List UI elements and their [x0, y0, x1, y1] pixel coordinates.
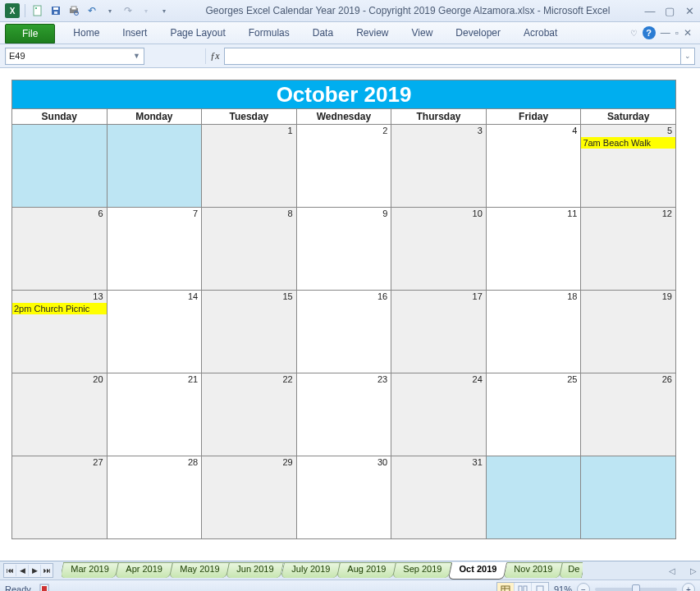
zoom-slider[interactable] [595, 588, 677, 591]
day-cell[interactable]: 26 [581, 373, 676, 456]
sheet-tab[interactable]: Nov 2019 [503, 562, 563, 578]
day-cell[interactable]: 11 [486, 208, 581, 291]
formula-expand-icon[interactable]: ⌄ [681, 48, 695, 65]
day-header[interactable]: Thursday [391, 109, 487, 125]
sheet-tab[interactable]: Aug 2019 [336, 562, 396, 578]
sheet-tab[interactable]: July 2019 [281, 562, 341, 578]
sheet-nav-last-icon[interactable]: ⏭ [41, 565, 53, 576]
undo-dropdown-icon[interactable]: ▾ [103, 3, 117, 18]
ribbon-tab-formulas[interactable]: Formulas [237, 22, 301, 44]
ribbon-tab-home[interactable]: Home [62, 22, 111, 44]
day-header[interactable]: Monday [107, 109, 202, 125]
name-box-dropdown-icon[interactable]: ▼ [133, 52, 140, 60]
sheet-tab[interactable]: Apr 2019 [115, 562, 173, 578]
minimize-button[interactable]: ― [644, 5, 656, 17]
day-cell[interactable]: 7 [107, 208, 202, 291]
sheet-tab[interactable]: Mar 2019 [62, 562, 120, 578]
ribbon-minimize-button[interactable]: ― [661, 27, 670, 39]
day-cell[interactable]: 9 [296, 208, 391, 291]
sheet-tab[interactable]: De [559, 562, 583, 578]
day-header[interactable]: Sunday [12, 109, 108, 125]
sheet-nav-first-icon[interactable]: ⏮ [4, 565, 16, 576]
ribbon-more-icon[interactable]: ♡ [630, 29, 638, 38]
day-cell[interactable]: 6 [12, 208, 108, 291]
sheet-tab[interactable]: Oct 2019 [448, 562, 507, 580]
status-record-icon[interactable] [39, 584, 51, 591]
day-cell[interactable]: 27 [12, 456, 108, 539]
new-doc-icon[interactable] [30, 3, 45, 18]
sheet-nav-next-icon[interactable]: ▶ [29, 565, 41, 576]
day-cell[interactable] [12, 125, 108, 208]
day-cell[interactable]: 29 [202, 456, 297, 539]
sheet-tab[interactable]: Jun 2019 [226, 562, 284, 578]
ribbon-restore-button[interactable]: ▫ [675, 27, 679, 39]
day-cell[interactable] [107, 125, 202, 208]
day-cell[interactable]: 17 [391, 291, 487, 373]
day-cell[interactable]: 22 [202, 373, 297, 456]
day-cell[interactable]: 16 [296, 291, 391, 373]
view-page-break-icon[interactable] [532, 583, 548, 591]
zoom-out-button[interactable]: − [577, 583, 590, 591]
sheet-nav-prev-icon[interactable]: ◀ [16, 565, 29, 576]
ribbon-tab-developer[interactable]: Developer [444, 22, 512, 44]
undo-icon[interactable]: ↶ [85, 3, 99, 18]
day-header[interactable]: Saturday [581, 109, 676, 125]
day-cell[interactable]: 25 [486, 373, 581, 456]
day-cell[interactable] [486, 456, 581, 539]
day-cell[interactable]: 30 [296, 456, 391, 539]
ribbon-tab-page-layout[interactable]: Page Layout [158, 22, 236, 44]
sheet-tab[interactable]: May 2019 [169, 562, 230, 578]
day-cell[interactable]: 24 [391, 373, 487, 456]
fx-icon[interactable]: ƒx [205, 48, 224, 64]
sheet-tab[interactable]: Sep 2019 [392, 562, 452, 578]
calendar-event[interactable]: 7am Beach Walk [581, 137, 675, 149]
day-cell[interactable]: 28 [107, 456, 202, 539]
day-cell[interactable]: 12 [581, 208, 676, 291]
day-cell[interactable]: 18 [486, 291, 581, 373]
view-page-layout-icon[interactable] [515, 583, 532, 591]
zoom-in-button[interactable]: + [682, 583, 695, 591]
excel-icon[interactable]: X [5, 3, 20, 18]
ribbon-close-button[interactable]: ✕ [684, 27, 692, 39]
day-cell[interactable]: 132pm Church Picnic [12, 291, 108, 373]
view-normal-icon[interactable] [497, 583, 515, 591]
zoom-level[interactable]: 91% [554, 584, 572, 591]
ribbon-tab-view[interactable]: View [400, 22, 445, 44]
help-icon[interactable]: ? [643, 26, 656, 39]
day-cell[interactable]: 57am Beach Walk [581, 125, 676, 208]
day-cell[interactable]: 4 [486, 125, 581, 208]
day-cell[interactable]: 10 [391, 208, 487, 291]
tab-scroll-left-icon[interactable]: ◁ [669, 566, 675, 575]
calendar-event[interactable]: 2pm Church Picnic [12, 303, 107, 314]
redo-dropdown-icon[interactable]: ▾ [139, 3, 153, 18]
save-icon[interactable] [48, 3, 63, 18]
day-header[interactable]: Wednesday [296, 109, 391, 125]
day-cell[interactable]: 20 [12, 373, 108, 456]
tab-scroll-right-icon[interactable]: ▷ [690, 566, 697, 575]
worksheet-area[interactable]: October 2019 Sunday Monday Tuesday Wedne… [0, 68, 700, 561]
day-cell[interactable]: 1 [202, 125, 297, 208]
day-cell[interactable]: 19 [581, 291, 676, 373]
day-cell[interactable]: 2 [296, 125, 391, 208]
day-cell[interactable]: 21 [107, 373, 202, 456]
day-cell[interactable]: 15 [202, 291, 297, 373]
calendar-title[interactable]: October 2019 [12, 80, 676, 109]
formula-input[interactable] [224, 48, 681, 65]
restore-button[interactable]: ▢ [664, 5, 675, 17]
day-header[interactable]: Tuesday [202, 109, 297, 125]
ribbon-tab-acrobat[interactable]: Acrobat [512, 22, 569, 44]
file-tab[interactable]: File [5, 24, 55, 44]
day-cell[interactable] [581, 456, 676, 539]
day-cell[interactable]: 31 [391, 456, 487, 539]
print-preview-icon[interactable] [66, 3, 81, 18]
name-box[interactable]: E49 ▼ [5, 48, 144, 65]
redo-icon[interactable]: ↷ [121, 3, 135, 18]
ribbon-tab-review[interactable]: Review [345, 22, 400, 44]
close-button[interactable]: ✕ [684, 5, 695, 17]
qat-customize-dropdown-icon[interactable]: ▾ [157, 3, 172, 18]
day-cell[interactable]: 3 [391, 125, 487, 208]
ribbon-tab-insert[interactable]: Insert [111, 22, 158, 44]
day-cell[interactable]: 14 [107, 291, 202, 373]
day-cell[interactable]: 8 [202, 208, 297, 291]
day-header[interactable]: Friday [486, 109, 581, 125]
